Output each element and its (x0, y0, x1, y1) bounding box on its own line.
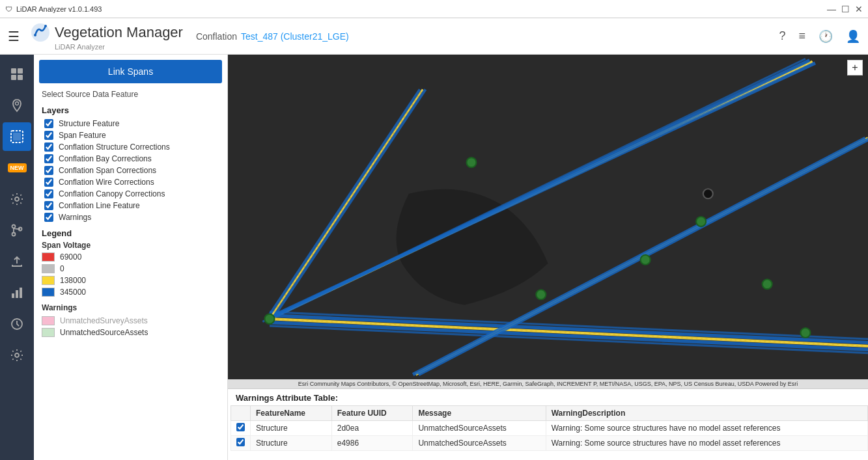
svg-point-45 (800, 328, 810, 338)
svg-point-1 (34, 34, 36, 36)
nav-history[interactable] (3, 310, 31, 338)
svg-point-40 (466, 157, 476, 167)
warnings-item: UnmatchedSurveyAssets (42, 315, 219, 327)
layer-item[interactable]: Structure Feature (34, 118, 227, 129)
map-container[interactable]: + Esri Community Maps Contributors, © Op… (228, 55, 868, 388)
svg-point-42 (641, 255, 651, 265)
layer-item[interactable]: Conflation Span Corrections (34, 165, 227, 176)
layer-item[interactable]: Conflation Structure Corrections (34, 141, 227, 153)
layer-checkbox[interactable] (44, 189, 53, 198)
warnings-swatch (42, 328, 55, 337)
breadcrumb-label: Conflation (196, 31, 237, 42)
row-warning-desc: Warning: Some source structures have no … (546, 421, 867, 436)
col-feature-name: FeatureName (251, 406, 332, 421)
nav-dashboard[interactable] (3, 60, 31, 88)
history-icon[interactable]: 🕐 (819, 29, 833, 44)
nav-settings[interactable] (3, 185, 31, 213)
table-row: Structuree4986UnmatchedSourceAssetsWarni… (231, 436, 868, 451)
layer-item[interactable]: Conflation Line Feature (34, 200, 227, 211)
breadcrumb-detail: Test_487 (Cluster21_LGE) (241, 31, 349, 42)
link-spans-button[interactable]: Link Spans (39, 60, 222, 83)
layer-item[interactable]: Conflation Wire Corrections (34, 176, 227, 188)
table-area: Warnings Attribute Table: FeatureName Fe… (228, 388, 868, 460)
legend-subtitle: Span Voltage (42, 241, 219, 250)
layer-checkbox[interactable] (44, 154, 53, 163)
layer-checkbox[interactable] (44, 201, 53, 210)
legend-swatch (42, 276, 55, 285)
svg-point-44 (763, 279, 772, 289)
layer-item[interactable]: Conflation Canopy Corrections (34, 188, 227, 200)
maximize-button[interactable]: ☐ (841, 4, 850, 14)
close-button[interactable]: ✕ (855, 4, 863, 14)
svg-rect-6 (18, 75, 23, 80)
legend-item-label: 138000 (60, 276, 86, 285)
layer-checkbox[interactable] (44, 213, 53, 222)
row-checkbox[interactable] (236, 423, 245, 431)
nav-gear[interactable] (3, 341, 31, 370)
layer-item[interactable]: Warnings (34, 211, 227, 223)
map-area: + Esri Community Maps Contributors, © Op… (228, 55, 868, 460)
legend-swatch (42, 252, 55, 262)
svg-point-39 (265, 314, 275, 324)
row-feature-name: Structure (251, 436, 332, 451)
legend-item-label: 0 (60, 264, 64, 273)
row-feature-uuid: e4986 (331, 436, 413, 451)
row-checked-cell[interactable] (231, 436, 251, 451)
layer-checkbox[interactable] (44, 166, 53, 175)
table-row: Structure2d0eaUnmatchedSourceAssetsWarni… (231, 421, 868, 436)
nav-new[interactable]: NEW (3, 154, 31, 182)
layer-item[interactable]: Conflation Bay Corrections (34, 153, 227, 165)
nav-upload[interactable] (3, 247, 31, 276)
legend-swatch (42, 264, 55, 273)
row-checkbox[interactable] (236, 438, 245, 446)
nav-select[interactable] (3, 122, 31, 151)
app-subtitle: LiDAR Analyzer (55, 43, 183, 51)
nav-location[interactable] (3, 91, 31, 120)
legend-item: 345000 (42, 286, 219, 298)
legend-section: Legend Span Voltage 690000138000345000 (34, 223, 227, 301)
map-add-button[interactable]: + (847, 60, 863, 75)
minimize-button[interactable]: — (827, 4, 836, 14)
list-icon[interactable]: ≡ (798, 29, 805, 43)
svg-point-46 (703, 189, 713, 198)
svg-rect-9 (13, 133, 21, 141)
layer-checkbox[interactable] (44, 178, 53, 187)
layer-label: Warnings (59, 213, 91, 222)
logo-icon (30, 22, 51, 43)
table-body: Structure2d0eaUnmatchedSourceAssetsWarni… (231, 421, 868, 451)
nav-analytics[interactable] (3, 278, 31, 307)
warnings-title: Warnings (42, 303, 219, 312)
svg-point-43 (536, 290, 546, 299)
hamburger-menu[interactable]: ☰ (8, 29, 20, 44)
layer-label: Conflation Line Feature (59, 201, 140, 210)
account-icon[interactable]: 👤 (846, 29, 860, 44)
layer-label: Conflation Canopy Corrections (59, 189, 165, 198)
row-message: UnmatchedSourceAssets (413, 421, 546, 436)
row-message: UnmatchedSourceAssets (413, 436, 546, 451)
svg-rect-14 (12, 293, 14, 298)
warnings-item: UnmatchedSourceAssets (42, 327, 219, 338)
layer-checkbox[interactable] (44, 142, 53, 152)
nav-branch[interactable] (3, 216, 31, 245)
col-warning-desc: WarningDescription (546, 406, 867, 421)
breadcrumb: Conflation Test_487 (Cluster21_LGE) (196, 31, 349, 42)
layer-item[interactable]: Span Feature (34, 129, 227, 141)
left-nav: NEW (0, 55, 34, 460)
legend-item: 0 (42, 263, 219, 275)
row-checked-cell[interactable] (231, 421, 251, 436)
help-icon[interactable]: ? (779, 29, 785, 43)
layer-label: Conflation Bay Corrections (59, 154, 152, 163)
layer-checkbox[interactable] (44, 119, 53, 128)
window-controls[interactable]: — ☐ ✕ (827, 4, 863, 14)
row-warning-desc: Warning: Some source structures have no … (546, 436, 867, 451)
legend-item-label: 69000 (60, 252, 81, 262)
svg-rect-3 (11, 68, 16, 74)
layer-checkbox[interactable] (44, 131, 53, 140)
col-message: Message (413, 406, 546, 421)
warnings-item-label: UnmatchedSourceAssets (60, 328, 148, 337)
app-title: Vegetation Manager (55, 24, 183, 41)
legend-item: 69000 (42, 251, 219, 263)
legend-swatch (42, 288, 55, 297)
table-title: Warnings Attribute Table: (231, 389, 868, 405)
title-bar-text: LiDAR Analyzer v1.0.1.493 (16, 5, 102, 13)
